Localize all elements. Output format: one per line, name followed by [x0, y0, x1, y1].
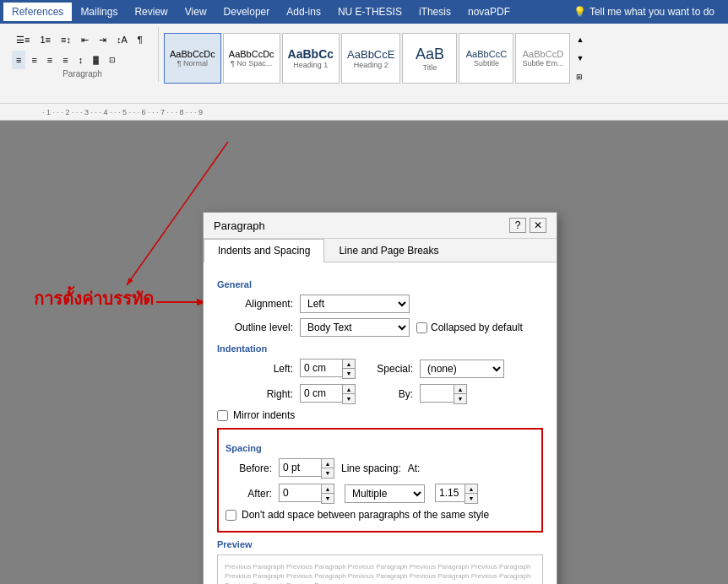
alignment-row: Alignment: Left Centered Right Justified [217, 295, 543, 313]
style-subtitle[interactable]: AaBbCcC Subtitle [459, 33, 513, 84]
style-subtitle-text: AaBbCcC [465, 49, 508, 59]
at-up[interactable]: ▲ [465, 484, 477, 494]
style-h2[interactable]: AaBbCcE Heading 2 [341, 33, 400, 84]
style-normal[interactable]: AaBbCcDc ¶ Normal [164, 33, 221, 84]
bullets-btn[interactable]: ☰≡ [12, 30, 34, 49]
style-h2-text: AaBbCcE [347, 48, 394, 61]
style-title[interactable]: AaB Title [402, 33, 457, 84]
alignment-select[interactable]: Left Centered Right Justified [300, 295, 410, 313]
indent-right-input[interactable] [300, 384, 342, 403]
outline-select[interactable]: Body Text Level 1 Level 2 Level 3 [300, 318, 410, 337]
menu-view[interactable]: View [177, 3, 215, 21]
mirror-checkbox[interactable] [217, 410, 228, 421]
indent-right-up[interactable]: ▲ [343, 385, 355, 394]
style-nospace-text: AaBbCcDc [229, 49, 274, 59]
styles-gallery: AaBbCcDc ¶ Normal AaBbCcDc ¶ No Spac... … [164, 33, 570, 84]
line-spacing-label: Line spacing: [341, 462, 401, 474]
menu-nu-ethesis[interactable]: NU E-THESIS [329, 3, 410, 21]
ruler: · 1 · · · 2 · · · 3 · · · 4 · · · 5 · · … [0, 104, 728, 121]
preview-prev-text: Previous Paragraph Previous Paragraph Pr… [225, 562, 535, 584]
preview-label: Preview [217, 539, 543, 549]
by-down[interactable]: ▼ [454, 394, 466, 403]
dialog-close-button[interactable]: ✕ [530, 218, 546, 233]
after-spinner[interactable]: ▲ ▼ [279, 484, 334, 504]
pilcrow-btn[interactable]: ¶ [133, 30, 147, 49]
dialog-window-controls: ? ✕ [509, 218, 546, 233]
tab-indents-spacing[interactable]: Indents and Spacing [204, 239, 324, 262]
by-up[interactable]: ▲ [454, 385, 466, 394]
tell-me-text: Tell me what you want to do [589, 6, 714, 18]
before-up[interactable]: ▲ [322, 459, 334, 468]
menu-review[interactable]: Review [126, 3, 176, 21]
outline-row: Outline level: Body Text Level 1 Level 2… [217, 318, 543, 337]
at-input[interactable] [435, 484, 465, 502]
indent-left-up[interactable]: ▲ [343, 360, 355, 369]
styles-expand[interactable]: ⊞ [572, 68, 588, 86]
by-input[interactable] [420, 384, 454, 403]
border-btn[interactable]: ⊡ [105, 51, 120, 69]
dialog-title: Paragraph [214, 219, 265, 232]
at-down[interactable]: ▼ [465, 494, 477, 503]
indent-left-spinner[interactable]: ▲ ▼ [300, 359, 356, 379]
style-h1[interactable]: AaBbCc Heading 1 [282, 33, 340, 84]
multilevel-btn[interactable]: ≡↕ [57, 30, 75, 49]
align-right-btn[interactable]: ≡ [43, 51, 57, 69]
by-spinner[interactable]: ▲ ▼ [420, 384, 467, 404]
indent-right-row: Right: ▲ ▼ By: ▲ ▼ [217, 384, 543, 404]
dialog-help-button[interactable]: ? [509, 218, 526, 233]
increase-indent-btn[interactable]: ⇥ [95, 30, 111, 49]
collapsed-checkbox[interactable] [416, 322, 427, 333]
style-h1-text: AaBbCc [288, 47, 334, 61]
tab-line-page-breaks[interactable]: Line and Page Breaks [324, 239, 453, 262]
before-row: Before: ▲ ▼ Line spacing: At: [225, 458, 535, 479]
after-down[interactable]: ▼ [322, 494, 334, 503]
style-normal-label: ¶ Normal [170, 59, 215, 68]
style-h1-label: Heading 1 [288, 61, 334, 69]
sort-btn[interactable]: ↕A [112, 30, 132, 49]
alignment-label: Alignment: [217, 298, 293, 310]
menu-developer[interactable]: Developer [215, 3, 279, 21]
before-spinner[interactable]: ▲ ▼ [279, 458, 334, 479]
indent-left-down[interactable]: ▼ [343, 369, 355, 378]
style-subtle-text: AaBbCcD [521, 49, 564, 59]
shading-btn[interactable]: ▓ [89, 51, 103, 69]
spacing-section-label: Spacing [225, 443, 535, 453]
special-select[interactable]: (none) First line Hanging [420, 360, 504, 378]
style-title-text: AaB [408, 46, 451, 63]
indent-right-down[interactable]: ▼ [343, 394, 355, 403]
align-left-btn[interactable]: ≡ [12, 51, 25, 69]
menu-references[interactable]: References [3, 3, 72, 21]
dont-add-row: Don't add space between paragraphs of th… [225, 509, 535, 521]
indent-right-spinner[interactable]: ▲ ▼ [300, 384, 356, 404]
menu-mailings[interactable]: Mailings [72, 3, 126, 21]
special-label: Special: [362, 363, 413, 375]
style-nospace[interactable]: AaBbCcDc ¶ No Spac... [223, 33, 280, 84]
menu-addins[interactable]: Add-ins [278, 3, 329, 21]
line-spacing-select[interactable]: Single 1.5 lines Double At least Exactly… [345, 484, 425, 503]
style-nospace-label: ¶ No Spac... [229, 59, 274, 68]
menu-bar: References Mailings Review View Develope… [0, 0, 728, 24]
menu-ithesis[interactable]: iThesis [410, 3, 459, 21]
at-spinner[interactable]: ▲ ▼ [435, 484, 478, 504]
decrease-indent-btn[interactable]: ⇤ [77, 30, 93, 49]
menu-novapdf[interactable]: novaPDF [459, 3, 519, 21]
style-title-label: Title [408, 63, 451, 72]
styles-scroll-up[interactable]: ▲ [572, 30, 588, 49]
dont-add-label: Don't add space between paragraphs of th… [242, 509, 489, 521]
justify-btn[interactable]: ≡ [58, 51, 72, 69]
style-subtle[interactable]: AaBbCcD Subtle Em... [515, 33, 570, 84]
before-down[interactable]: ▼ [322, 468, 334, 478]
numbering-btn[interactable]: 1≡ [35, 30, 55, 49]
dont-add-checkbox[interactable] [225, 510, 236, 521]
line-spacing-btn[interactable]: ↕ [74, 51, 88, 69]
collapsed-text: Collapsed by default [431, 322, 523, 333]
after-up[interactable]: ▲ [322, 484, 334, 494]
after-input[interactable] [279, 484, 321, 502]
before-input[interactable] [279, 458, 321, 477]
mirror-label: Mirror indents [233, 409, 295, 421]
styles-scroll-down[interactable]: ▼ [572, 49, 588, 68]
tell-me-bar[interactable]: 💡 Tell me what you want to do [573, 6, 725, 18]
ruler-marks: · 1 · · · 2 · · · 3 · · · 4 · · · 5 · · … [42, 108, 203, 116]
indent-left-input[interactable] [300, 359, 342, 377]
align-center-btn[interactable]: ≡ [27, 51, 41, 69]
